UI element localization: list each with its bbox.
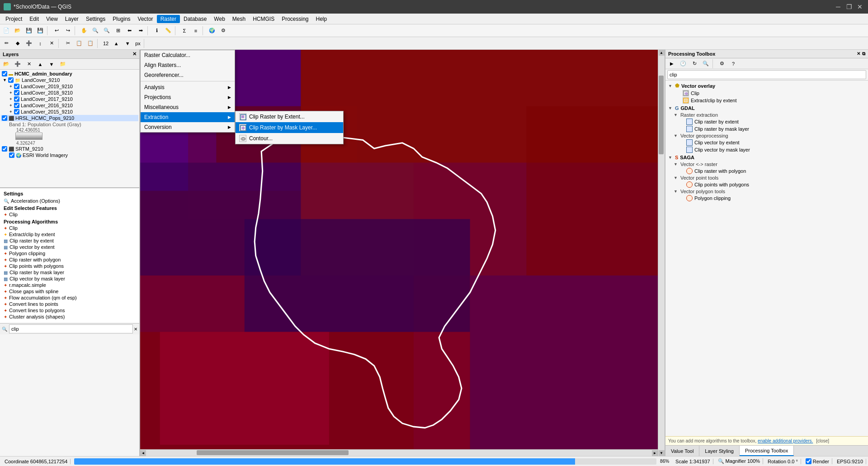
tree-item-clip-vector-extent[interactable]: Clip vector by extent	[677, 139, 867, 146]
menu-plugins[interactable]: Plugins	[109, 15, 134, 23]
layer-srtm[interactable]: ⬛ SRTM_9210	[1, 146, 138, 152]
h-scrollbar[interactable]: ◄ ►	[140, 449, 658, 456]
tb-new[interactable]: 📄	[1, 25, 12, 36]
settings-clip[interactable]: ✦ Clip	[4, 212, 136, 217]
scroll-right-btn[interactable]: ►	[652, 450, 658, 456]
layer-esri-checkbox[interactable]	[9, 152, 14, 158]
menu-layer[interactable]: Layer	[61, 15, 82, 23]
restore-button[interactable]: ❐	[844, 2, 854, 11]
tree-item-extract-clip[interactable]: Extract/clip by extent	[674, 97, 867, 104]
tb-zoom-next[interactable]: ➡	[135, 25, 146, 36]
algo-clippoints[interactable]: ✦ Clip points with polygons	[4, 263, 136, 269]
tb-font-down[interactable]: ▼	[122, 38, 133, 49]
layer-lc2015[interactable]: ✦ LandCover_2015_9210	[8, 109, 138, 115]
tb-paste[interactable]: 📋	[85, 38, 96, 49]
tb-save[interactable]: 💾	[24, 25, 34, 36]
gdal-vector-geo-header[interactable]: ▼ Vector geoprocessing	[672, 133, 867, 139]
algo-cliprasterpoly[interactable]: ✦ Clip raster with polygon	[4, 257, 136, 262]
tb-undo[interactable]: ↩	[51, 25, 62, 36]
layer-lc2018-checkbox[interactable]	[14, 90, 19, 95]
tb-save-as[interactable]: 💾	[35, 25, 46, 36]
menu-hcmgis[interactable]: HCMGIS	[249, 15, 278, 23]
tb-font-up[interactable]: ▲	[111, 38, 122, 49]
layers-tb-group[interactable]: 📁	[57, 59, 68, 70]
tb-delete[interactable]: ✕	[46, 38, 57, 49]
layer-lc2019[interactable]: ✦ LandCover_2019_9210	[8, 83, 138, 90]
tb-zoom-prev[interactable]: ⬅	[124, 25, 135, 36]
algo-clip[interactable]: ✦ Clip	[4, 225, 136, 231]
layer-hrsl-checkbox[interactable]	[2, 115, 7, 121]
status-epsg[interactable]: EPSG:9210	[834, 459, 866, 464]
render-checkbox[interactable]	[806, 458, 811, 464]
algo-polygon[interactable]: ✦ Polygon clipping	[4, 251, 136, 256]
tab-value-tool[interactable]: Value Tool	[665, 446, 699, 456]
scroll-up-btn[interactable]: ▲	[659, 50, 665, 56]
layer-hcmc-checkbox[interactable]	[2, 71, 7, 76]
layer-lc2019-checkbox[interactable]	[14, 84, 19, 89]
tb-zoom-out[interactable]: 🔍	[101, 25, 112, 36]
saga-vec-point-header[interactable]: ▼ Vector point tools	[672, 175, 867, 181]
algo-clipvector[interactable]: ▦ Clip vector by extent	[4, 244, 136, 250]
georeferencer-item[interactable]: Georeferencer...	[141, 70, 235, 80]
menu-help[interactable]: Help	[312, 15, 331, 23]
layer-hcmc-boundary[interactable]: ▬ HCMC_admin_boundary	[1, 71, 138, 77]
algo-rmapcalc[interactable]: ✦ r.mapcalc.simple	[4, 282, 136, 288]
layer-lc2016-checkbox[interactable]	[14, 103, 19, 108]
raster-calculator-item[interactable]: Raster Calculator...	[141, 50, 235, 60]
tb-globe[interactable]: 🌍	[207, 25, 217, 36]
layers-tb-up[interactable]: ▲	[35, 59, 46, 70]
algo-cliprastermask[interactable]: ▦ Clip raster by mask layer	[4, 270, 136, 275]
tree-item-clip-points[interactable]: Clip points with polygons	[677, 181, 867, 188]
tree-item-clip-raster-mask[interactable]: Clip raster by mask layer	[677, 125, 867, 133]
menu-web[interactable]: Web	[210, 15, 228, 23]
scroll-thumb[interactable]	[659, 76, 664, 154]
scroll-left-btn[interactable]: ◄	[140, 450, 146, 456]
tree-group-vector-overlay-header[interactable]: ▼ ⬟ Vector overlay	[666, 82, 867, 90]
close-button[interactable]: ✕	[855, 2, 864, 11]
menu-processing[interactable]: Processing	[278, 15, 312, 23]
gdal-raster-extract-header[interactable]: ▼ Raster extraction	[672, 112, 867, 118]
toolbox-detach-icon[interactable]: ⧉	[862, 51, 865, 57]
algo-flow[interactable]: ✦ Flow accumulation (qm of esp)	[4, 295, 136, 300]
projections-item[interactable]: Projections ▶	[141, 92, 235, 102]
toolbox-tb-settings[interactable]: ⚙	[717, 58, 727, 69]
miscellaneous-item[interactable]: Miscellaneous ▶	[141, 102, 235, 112]
status-render[interactable]: Render	[803, 458, 832, 464]
enable-providers-link[interactable]: enable additional providers.	[758, 438, 813, 443]
algo-lines2pts[interactable]: ✦ Convert lines to points	[4, 301, 136, 307]
layers-tb-down[interactable]: ▼	[46, 59, 57, 70]
tb-redo[interactable]: ↪	[62, 25, 73, 36]
scroll-down-btn[interactable]: ▼	[659, 450, 665, 456]
layer-lc-group-checkbox[interactable]	[8, 77, 14, 83]
tb-identify[interactable]: ℹ	[151, 25, 162, 36]
toolbox-close-icon[interactable]: ✕	[857, 51, 860, 57]
search-clear-icon[interactable]: ✕	[134, 327, 137, 332]
layer-esri[interactable]: 🌍 ESRI World Imagery	[8, 152, 138, 158]
info-banner-close-link[interactable]: [close]	[816, 438, 829, 443]
tb-pan[interactable]: ✋	[79, 25, 90, 36]
layers-tb-remove[interactable]: ✕	[24, 59, 34, 70]
tb-move-feat[interactable]: ↕	[35, 38, 46, 49]
layers-tb-add[interactable]: ➕	[12, 59, 23, 70]
tree-item-clip-vector-mask[interactable]: Clip vector by mask layer	[677, 146, 867, 153]
toolbox-tb-help[interactable]: ?	[728, 58, 739, 69]
layer-srtm-checkbox[interactable]	[2, 146, 7, 152]
tb-add-feat[interactable]: ➕	[24, 38, 34, 49]
tb-settings2[interactable]: ⚙	[218, 25, 229, 36]
conversion-item[interactable]: Conversion ▶	[141, 122, 235, 132]
search-input[interactable]	[9, 324, 133, 333]
layer-lc2017-checkbox[interactable]	[14, 96, 19, 102]
menu-database[interactable]: Database	[180, 15, 210, 23]
menu-project[interactable]: Project	[2, 15, 26, 23]
layers-close-icon[interactable]: ✕	[132, 51, 137, 57]
tb-copy[interactable]: 📋	[74, 38, 85, 49]
tb-digitize[interactable]: ✏	[1, 38, 12, 49]
algo-clipraster[interactable]: ▦ Clip raster by extent	[4, 238, 136, 243]
layers-tb-open[interactable]: 📂	[1, 59, 12, 70]
tb-zoom-in[interactable]: 🔍	[90, 25, 101, 36]
clip-by-mask-item[interactable]: Clip Raster by Mask Layer...	[236, 122, 343, 133]
algo-clipvectormask[interactable]: ▦ Clip vector by mask layer	[4, 276, 136, 281]
layer-lc2018[interactable]: ✦ LandCover_2018_9210	[8, 90, 138, 96]
toolbox-tb-refresh[interactable]: ↻	[689, 58, 700, 69]
tree-item-clip-raster-poly[interactable]: Clip raster with polygon	[677, 167, 867, 175]
